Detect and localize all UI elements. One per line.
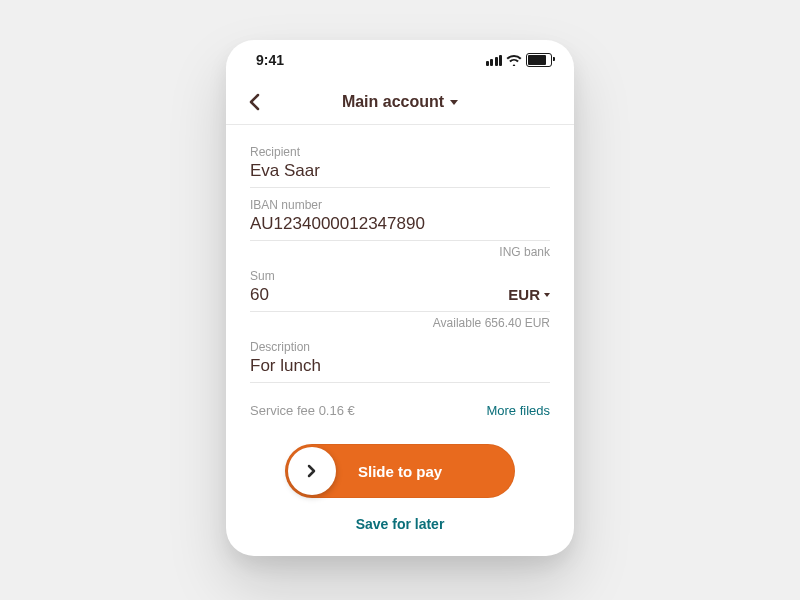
chevron-right-icon [305,464,319,478]
status-time: 9:41 [256,52,284,68]
currency-selector[interactable]: EUR [508,286,550,303]
description-label: Description [250,340,550,354]
recipient-value: Eva Saar [250,161,550,181]
status-bar: 9:41 [226,40,574,80]
sum-label: Sum [250,269,550,283]
slide-label: Slide to pay [358,463,442,480]
description-field[interactable]: Description For lunch [250,330,550,383]
recipient-label: Recipient [250,145,550,159]
header: Main account [226,80,574,125]
back-button[interactable] [242,87,266,117]
account-title: Main account [342,93,444,111]
iban-value: AU1234000012347890 [250,214,550,234]
bank-name: ING bank [250,245,550,259]
sum-value: 60 [250,285,269,305]
iban-field[interactable]: IBAN number AU1234000012347890 [250,188,550,241]
battery-icon [526,53,552,67]
chevron-left-icon [248,93,260,111]
iban-label: IBAN number [250,198,550,212]
fee-row: Service fee 0.16 € More fileds [250,403,550,418]
currency-code: EUR [508,286,540,303]
slide-to-pay[interactable]: Slide to pay [285,444,515,498]
more-fields-link[interactable]: More fileds [486,403,550,418]
chevron-down-icon [544,293,550,297]
save-for-later-link[interactable]: Save for later [250,516,550,532]
account-selector[interactable]: Main account [342,93,458,111]
wifi-icon [506,54,522,66]
chevron-down-icon [450,100,458,105]
available-balance: Available 656.40 EUR [250,316,550,330]
status-indicators [486,53,553,67]
sum-field[interactable]: Sum 60 EUR [250,259,550,312]
signal-icon [486,55,503,66]
phone-frame: 9:41 Main account Recipient Eva Saar [226,40,574,556]
form-body: Recipient Eva Saar IBAN number AU1234000… [226,125,574,556]
description-value: For lunch [250,356,550,376]
recipient-field[interactable]: Recipient Eva Saar [250,135,550,188]
service-fee: Service fee 0.16 € [250,403,355,418]
slider-knob[interactable] [288,447,336,495]
